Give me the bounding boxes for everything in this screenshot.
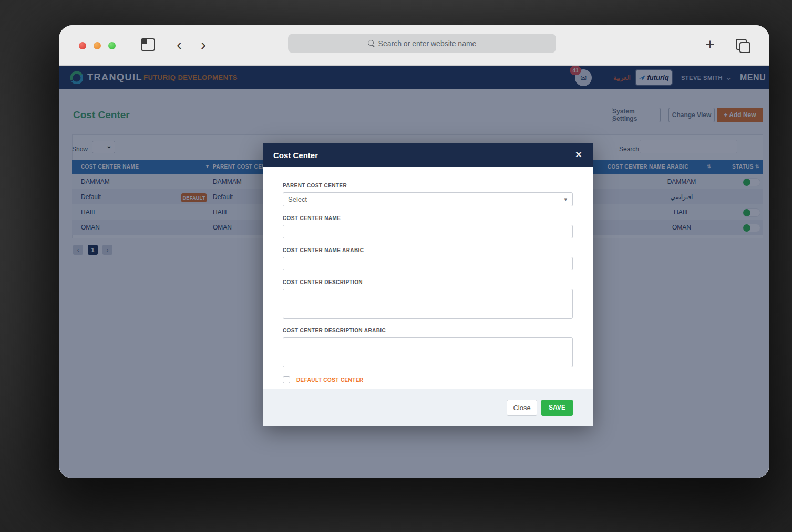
forward-button[interactable]: › (197, 38, 210, 51)
parent-cost-center-label: PARENT COST CENTER (283, 183, 573, 189)
close-icon[interactable]: ✕ (573, 149, 584, 161)
address-bar[interactable]: Search or enter website name (288, 34, 556, 53)
cost-center-description-arabic-label: COST CENTER DESCRIPTION ARABIC (283, 328, 573, 333)
minimize-window-button[interactable] (94, 42, 101, 49)
cost-center-description-textarea[interactable] (283, 289, 573, 319)
close-window-button[interactable] (79, 42, 86, 49)
search-icon (368, 40, 375, 47)
tab-overview-icon[interactable] (736, 39, 749, 51)
cost-center-name-input[interactable] (283, 225, 573, 238)
default-cost-center-checkbox[interactable] (283, 376, 290, 383)
zoom-window-button[interactable] (108, 42, 116, 49)
back-button[interactable]: ‹ (172, 38, 186, 51)
address-bar-placeholder: Search or enter website name (378, 39, 477, 48)
browser-window: ‹ › Search or enter website name + TRANQ… (59, 25, 769, 478)
new-tab-button[interactable]: + (701, 36, 719, 54)
modal-header: Cost Center ✕ (263, 143, 593, 167)
cost-center-name-label: COST CENTER NAME (283, 215, 573, 221)
modal-title: Cost Center (273, 151, 318, 160)
cost-center-description-arabic-textarea[interactable] (283, 337, 573, 367)
modal-footer: Close SAVE (263, 389, 593, 426)
default-cost-center-row: DEFAULT COST CENTER (283, 376, 573, 383)
save-button[interactable]: SAVE (541, 400, 573, 416)
sidebar-toggle-icon[interactable] (141, 38, 155, 51)
cost-center-modal: Cost Center ✕ PARENT COST CENTER Select … (263, 143, 593, 426)
default-cost-center-label: DEFAULT COST CENTER (296, 377, 363, 383)
close-button[interactable]: Close (507, 400, 537, 416)
browser-titlebar: ‹ › Search or enter website name + (59, 25, 769, 66)
cost-center-name-arabic-label: COST CENTER NAME ARABIC (283, 247, 573, 253)
modal-body: PARENT COST CENTER Select COST CENTER NA… (263, 167, 593, 389)
parent-cost-center-select[interactable]: Select (283, 192, 573, 206)
cost-center-name-arabic-input[interactable] (283, 257, 573, 270)
cost-center-description-label: COST CENTER DESCRIPTION (283, 279, 573, 285)
